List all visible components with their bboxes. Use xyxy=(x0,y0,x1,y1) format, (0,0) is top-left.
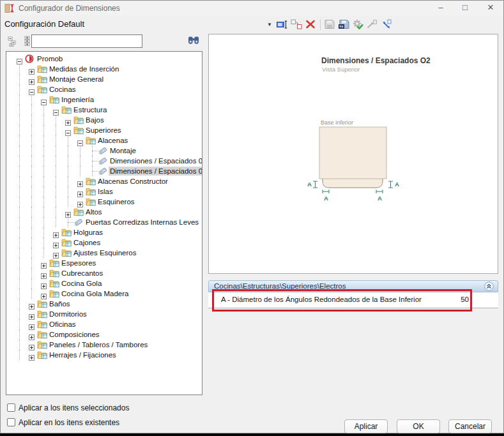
tree-item[interactable]: Oficinas xyxy=(6,319,202,329)
tag-icon xyxy=(73,218,84,227)
folder-icon xyxy=(86,177,96,186)
configuration-dropdown-caret[interactable]: ▼ xyxy=(267,22,275,29)
tree-guide xyxy=(56,135,56,146)
folder-icon xyxy=(49,259,59,267)
cancelar-button[interactable]: Cancelar xyxy=(448,419,492,433)
tree-item[interactable]: Altos xyxy=(6,207,202,217)
tree-guide xyxy=(68,166,68,176)
folder-icon xyxy=(61,228,72,237)
tree-item[interactable]: Ajustes Esquineros xyxy=(6,248,202,258)
folder-icon xyxy=(37,85,47,94)
tree-item[interactable]: Dormitorios xyxy=(6,309,202,319)
tree-item[interactable]: Alacenas xyxy=(6,135,202,146)
tree-guide xyxy=(43,207,44,217)
tree-item[interactable]: Dimensiones / Espaciados 01 xyxy=(6,156,202,166)
tree-expand-expander[interactable] xyxy=(77,178,83,184)
minimize-button[interactable]: – xyxy=(431,1,450,16)
tree-item[interactable]: Esquineros xyxy=(6,197,202,207)
tree-item[interactable]: Dimensiones / Espaciados 02 xyxy=(6,166,202,176)
tree-item[interactable]: Espesores xyxy=(6,258,202,268)
tree-guide xyxy=(43,227,44,237)
tree-expand-expander[interactable] xyxy=(53,229,59,235)
tree-expand-expander[interactable] xyxy=(65,209,71,214)
tree-expand-expander[interactable] xyxy=(29,342,34,347)
tree-item[interactable]: Cocina Gola xyxy=(6,278,202,289)
tree-collapse-expander[interactable] xyxy=(53,107,59,112)
tree-item[interactable]: Montaje General xyxy=(6,74,202,84)
tree-expand-expander[interactable] xyxy=(29,331,34,337)
tree-guide xyxy=(56,146,56,156)
tree-item[interactable]: Composiciones xyxy=(6,329,202,340)
tree-guide xyxy=(19,207,20,217)
tree-expand-expander[interactable] xyxy=(29,352,34,357)
tree-item[interactable]: Alacenas Constructor xyxy=(6,176,202,186)
tree-item[interactable]: Puertas Corredizas Internas Leves xyxy=(6,217,202,227)
tree-guide xyxy=(31,289,32,299)
tree-item[interactable]: Cocina Gola Madera xyxy=(6,289,202,299)
tree-item[interactable]: Medidas de Inserción xyxy=(6,64,202,74)
tree-item-label: Dimensiones / Espaciados 02 xyxy=(109,167,202,176)
tree-guide xyxy=(19,135,20,146)
search-binoculars-icon[interactable] xyxy=(187,36,200,46)
configuration-bar: Configuración Default ▼ ka xyxy=(1,17,503,33)
save-config-icon[interactable]: ka xyxy=(338,19,349,31)
tree-collapse-expander[interactable] xyxy=(65,127,71,133)
duplicate-icon[interactable] xyxy=(291,19,302,31)
tree-item[interactable]: Baños xyxy=(6,299,202,309)
tree-item[interactable]: Estructura xyxy=(6,105,202,115)
tree-expand-expander[interactable] xyxy=(65,117,71,123)
tree-collapse-expander[interactable] xyxy=(17,56,22,61)
tree-item[interactable]: Cajones xyxy=(6,237,202,248)
tree-item[interactable]: Cocinas xyxy=(6,84,202,94)
collapse-all-icon[interactable] xyxy=(8,36,18,47)
checkbox-apply-existing[interactable] xyxy=(7,418,15,426)
close-button[interactable]: ✕ xyxy=(481,1,500,16)
rename-icon[interactable] xyxy=(277,19,288,31)
tree-item[interactable]: Ingeniería xyxy=(6,94,202,105)
tree-expand-expander[interactable] xyxy=(77,199,83,204)
tree-expand-expander[interactable] xyxy=(41,290,47,296)
tree-expand-expander[interactable] xyxy=(41,270,47,276)
tree-item[interactable]: Promob xyxy=(6,54,202,64)
tree-expand-expander[interactable] xyxy=(53,239,59,245)
maximize-button[interactable]: □ xyxy=(455,1,475,16)
tree-expand-expander[interactable] xyxy=(53,250,59,255)
tree-guide xyxy=(80,166,80,176)
tree-item[interactable]: Cubrecantos xyxy=(6,268,202,278)
tree-item[interactable]: Herrajes / Fijaciones xyxy=(6,350,202,360)
tree-guide xyxy=(19,319,20,329)
tree-expand-expander[interactable] xyxy=(29,301,34,306)
ok-button[interactable]: OK xyxy=(397,419,440,433)
tree-guide xyxy=(31,166,32,176)
tree-item[interactable]: Paneles / Tableros / Tambores xyxy=(6,340,202,350)
tree-expand-expander[interactable] xyxy=(41,260,47,266)
tree-item[interactable]: Montaje xyxy=(6,146,202,156)
link-icon[interactable] xyxy=(380,19,392,31)
tree-item-label: Cajones xyxy=(72,238,102,247)
tag-icon xyxy=(98,167,108,176)
search-input[interactable] xyxy=(31,34,142,48)
folder-icon xyxy=(61,238,72,247)
tree-item-label: Promob xyxy=(36,54,64,63)
checkbox-apply-selected[interactable] xyxy=(7,403,15,412)
tree-expand-expander[interactable] xyxy=(41,280,47,286)
tree-expand-expander[interactable] xyxy=(29,311,34,317)
tree-expand-expander[interactable] xyxy=(29,76,34,82)
tree-expand-expander[interactable] xyxy=(77,188,83,194)
tree-collapse-expander[interactable] xyxy=(77,137,83,143)
tree-collapse-expander[interactable] xyxy=(29,86,34,92)
tree-expand-expander[interactable] xyxy=(29,66,34,71)
tree-item-label: Cocina Gola xyxy=(60,279,103,288)
collapse-panel-button[interactable] xyxy=(484,282,494,291)
tree-guide xyxy=(43,176,44,186)
tree-item[interactable]: Superiores xyxy=(6,125,202,135)
tree-item[interactable]: Holguras xyxy=(6,227,202,237)
tree-item-label: Dimensiones / Espaciados 01 xyxy=(109,156,202,165)
tree-item[interactable]: Islas xyxy=(6,186,202,197)
validate-gear-icon[interactable] xyxy=(352,19,363,31)
delete-icon[interactable] xyxy=(305,19,316,31)
aplicar-button[interactable]: Aplicar xyxy=(344,419,388,433)
tree-expand-expander[interactable] xyxy=(29,321,34,327)
tree-item[interactable]: Bajos xyxy=(6,115,202,125)
tree-collapse-expander[interactable] xyxy=(41,96,47,102)
